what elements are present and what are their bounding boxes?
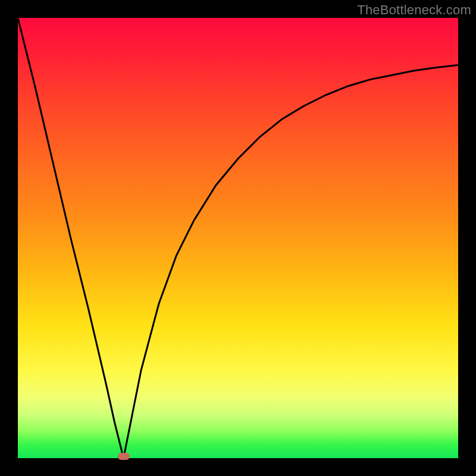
bottleneck-curve (18, 18, 458, 458)
chart-frame: TheBottleneck.com (0, 0, 476, 476)
plot-area (18, 18, 458, 458)
optimum-marker (118, 453, 130, 460)
curve-path (18, 18, 458, 458)
attribution-label: TheBottleneck.com (357, 2, 471, 18)
